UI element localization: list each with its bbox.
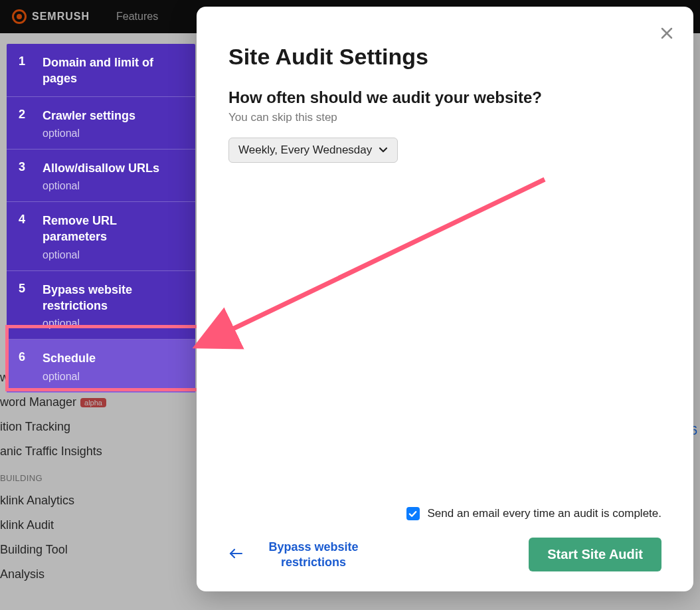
step-subtitle: optional bbox=[43, 249, 183, 261]
audit-frequency-select[interactable]: Weekly, Every Wednesday bbox=[228, 138, 398, 163]
step-domain-limit[interactable]: 1 Domain and limit of pages bbox=[7, 44, 195, 97]
step-bypass-restrictions[interactable]: 5 Bypass website restrictions optional bbox=[7, 271, 195, 340]
check-icon bbox=[408, 510, 417, 518]
email-notify-row: Send an email every time an audit is com… bbox=[228, 507, 661, 520]
step-number: 1 bbox=[19, 54, 28, 87]
start-site-audit-button[interactable]: Start Site Audit bbox=[529, 538, 661, 571]
modal-question: How often should we audit your website? bbox=[228, 88, 661, 107]
step-subtitle: optional bbox=[43, 371, 183, 383]
site-audit-settings-modal: Site Audit Settings How often should we … bbox=[197, 7, 693, 591]
step-title: Domain and limit of pages bbox=[43, 54, 183, 87]
step-number: 6 bbox=[19, 350, 28, 382]
step-title: Bypass website restrictions bbox=[43, 282, 183, 314]
step-number: 3 bbox=[19, 160, 28, 192]
step-title: Remove URL parameters bbox=[43, 213, 183, 245]
step-title: Crawler settings bbox=[43, 108, 183, 124]
close-button[interactable] bbox=[659, 25, 675, 44]
step-title: Schedule bbox=[43, 350, 183, 366]
step-number: 5 bbox=[19, 282, 28, 330]
modal-hint: You can skip this step bbox=[228, 111, 661, 124]
modal-title: Site Audit Settings bbox=[228, 44, 661, 70]
modal-footer: Send an email every time an audit is com… bbox=[228, 507, 661, 571]
step-subtitle: optional bbox=[43, 128, 183, 140]
chevron-down-icon bbox=[379, 145, 388, 155]
step-subtitle: optional bbox=[43, 318, 183, 330]
email-notify-label: Send an email every time an audit is com… bbox=[428, 507, 661, 520]
step-number: 4 bbox=[19, 213, 28, 261]
steps-sidebar: 1 Domain and limit of pages 2 Crawler se… bbox=[7, 44, 195, 393]
step-remove-url-parameters[interactable]: 4 Remove URL parameters optional bbox=[7, 202, 195, 271]
step-allow-disallow-urls[interactable]: 3 Allow/disallow URLs optional bbox=[7, 150, 195, 202]
step-title: Allow/disallow URLs bbox=[43, 160, 183, 176]
back-link-label: Bypass website restrictions bbox=[254, 540, 373, 569]
arrow-left-icon bbox=[228, 547, 243, 562]
back-link[interactable]: Bypass website restrictions bbox=[228, 540, 373, 569]
email-notify-checkbox[interactable] bbox=[406, 507, 420, 520]
step-crawler-settings[interactable]: 2 Crawler settings optional bbox=[7, 97, 195, 150]
frequency-value: Weekly, Every Wednesday bbox=[238, 144, 372, 157]
step-subtitle: optional bbox=[43, 180, 183, 192]
step-schedule[interactable]: 6 Schedule optional bbox=[7, 340, 195, 392]
step-number: 2 bbox=[19, 108, 28, 140]
close-icon bbox=[659, 25, 675, 41]
